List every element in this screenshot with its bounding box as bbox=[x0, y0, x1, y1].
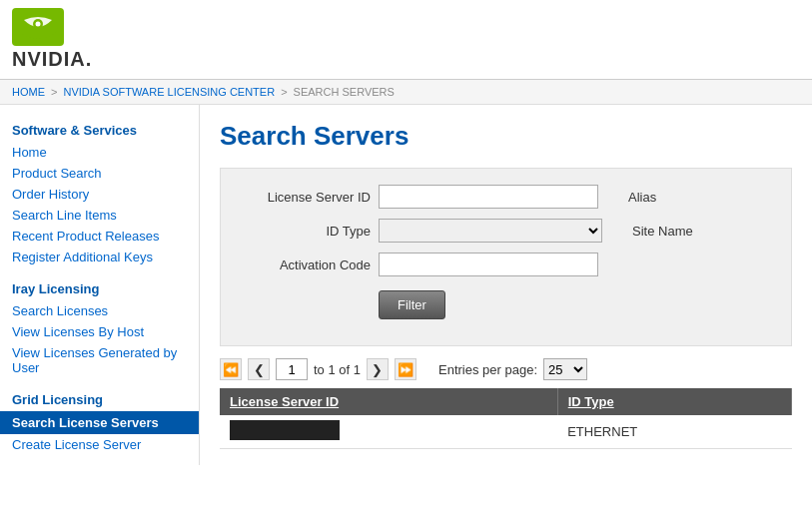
filter-button[interactable]: Filter bbox=[379, 290, 445, 319]
cell-server-id bbox=[220, 415, 557, 449]
results-table: License Server ID ID Type ETHERNET bbox=[220, 388, 792, 449]
breadcrumb-sep-2: > bbox=[281, 86, 287, 98]
side-label-site-name: Site Name bbox=[632, 224, 693, 239]
sidebar-item-register-keys[interactable]: Register Additional Keys bbox=[0, 247, 199, 267]
header: NVIDIA. bbox=[0, 0, 812, 80]
page-of-text: to 1 of 1 bbox=[314, 362, 361, 377]
breadcrumb-current: SEARCH SERVERS bbox=[294, 86, 395, 98]
sidebar-item-view-by-user[interactable]: View Licenses Generated by User bbox=[0, 342, 199, 378]
input-activation-code[interactable] bbox=[379, 253, 598, 276]
table-header-row: License Server ID ID Type bbox=[220, 388, 792, 415]
sidebar-item-product-search[interactable]: Product Search bbox=[0, 163, 199, 184]
breadcrumb-licensing-center[interactable]: NVIDIA SOFTWARE LICENSING CENTER bbox=[63, 86, 275, 98]
sidebar-section-iray: Iray Licensing bbox=[0, 273, 199, 300]
page-title: Search Servers bbox=[220, 121, 792, 152]
breadcrumb-sep-1: > bbox=[51, 86, 57, 98]
nvidia-wordmark: NVIDIA. bbox=[12, 48, 92, 71]
redacted-server-id bbox=[230, 420, 340, 440]
nvidia-logo-icon bbox=[12, 8, 64, 46]
table-row: ETHERNET bbox=[220, 415, 792, 449]
sidebar-section-software: Software & Services bbox=[0, 115, 199, 142]
select-id-type[interactable]: ETHERNET OTHER bbox=[379, 219, 602, 243]
main-content: Search Servers License Server ID Alias I… bbox=[200, 105, 812, 465]
entries-per-page-select[interactable]: 25 50 100 bbox=[543, 358, 587, 380]
label-server-id: License Server ID bbox=[241, 190, 371, 205]
search-form: License Server ID Alias ID Type ETHERNET… bbox=[220, 168, 792, 346]
layout: Software & Services Home Product Search … bbox=[0, 105, 812, 465]
svg-point-2 bbox=[36, 22, 41, 27]
nvidia-eye-icon bbox=[16, 12, 60, 42]
next-page-button[interactable]: ❯ bbox=[367, 358, 389, 380]
sidebar-item-search-license-servers[interactable]: Search License Servers bbox=[0, 411, 199, 434]
page-number-input[interactable] bbox=[276, 358, 308, 380]
sort-id-type[interactable]: ID Type bbox=[568, 394, 614, 409]
sidebar-section-grid: Grid Licensing bbox=[0, 384, 199, 411]
form-row-server-id: License Server ID Alias bbox=[241, 185, 771, 209]
sidebar-item-order-history[interactable]: Order History bbox=[0, 184, 199, 205]
prev-page-button[interactable]: ❮ bbox=[248, 358, 270, 380]
sidebar-item-recent-releases[interactable]: Recent Product Releases bbox=[0, 226, 199, 247]
form-row-filter: Filter bbox=[241, 286, 771, 319]
sidebar-item-home[interactable]: Home bbox=[0, 142, 199, 163]
last-page-button[interactable]: ⏩ bbox=[395, 358, 416, 380]
table-body: ETHERNET bbox=[220, 415, 792, 449]
sidebar-item-search-line-items[interactable]: Search Line Items bbox=[0, 205, 199, 226]
col-server-id: License Server ID bbox=[220, 388, 557, 415]
breadcrumb: HOME > NVIDIA SOFTWARE LICENSING CENTER … bbox=[0, 80, 812, 105]
form-row-activation-code: Activation Code bbox=[241, 253, 771, 276]
cell-id-type: ETHERNET bbox=[557, 415, 791, 449]
label-activation-code: Activation Code bbox=[241, 257, 371, 272]
sidebar-item-create-license-server[interactable]: Create License Server bbox=[0, 434, 199, 455]
sidebar-item-search-licenses[interactable]: Search Licenses bbox=[0, 300, 199, 321]
sidebar: Software & Services Home Product Search … bbox=[0, 105, 200, 465]
side-label-alias: Alias bbox=[628, 190, 656, 205]
sidebar-item-view-by-host[interactable]: View Licenses By Host bbox=[0, 321, 199, 342]
pagination-row: ⏪ ❮ to 1 of 1 ❯ ⏩ Entries per page: 25 5… bbox=[220, 358, 792, 380]
nvidia-logo: NVIDIA. bbox=[12, 8, 92, 71]
first-page-button[interactable]: ⏪ bbox=[220, 358, 242, 380]
table-header: License Server ID ID Type bbox=[220, 388, 792, 415]
label-id-type: ID Type bbox=[241, 224, 371, 239]
col-id-type: ID Type bbox=[557, 388, 791, 415]
form-row-id-type: ID Type ETHERNET OTHER Site Name bbox=[241, 219, 771, 243]
entries-per-page-label: Entries per page: bbox=[438, 362, 537, 377]
breadcrumb-home[interactable]: HOME bbox=[12, 86, 45, 98]
input-server-id[interactable] bbox=[379, 185, 598, 209]
sort-server-id[interactable]: License Server ID bbox=[230, 394, 339, 409]
